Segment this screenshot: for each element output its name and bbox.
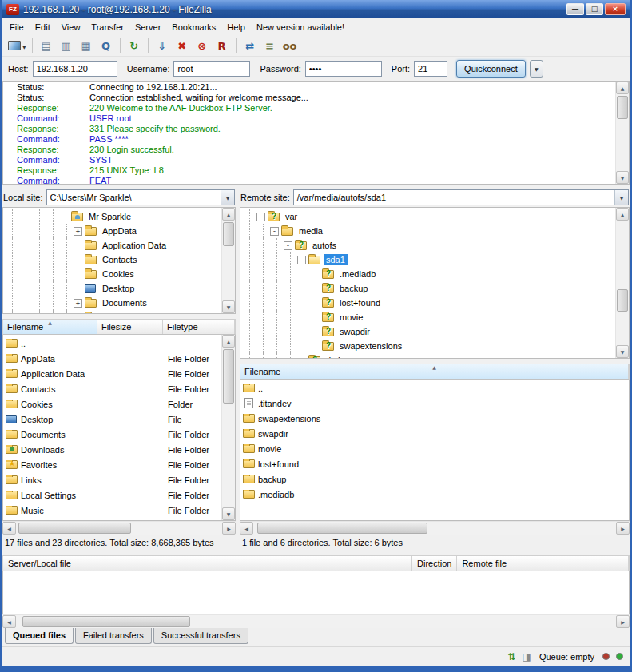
remote-tree-item-backup[interactable]: backup bbox=[243, 281, 613, 296]
toggle-message-log-button[interactable]: ▤ bbox=[37, 37, 56, 55]
host-input[interactable] bbox=[33, 61, 117, 77]
scrollbar-thumb[interactable] bbox=[617, 289, 628, 312]
menu-file[interactable]: File bbox=[4, 21, 30, 34]
local-tree-item-application-data[interactable]: Application Data bbox=[6, 238, 219, 252]
minimize-button[interactable]: — bbox=[566, 3, 584, 15]
remote-file-row-swapdir[interactable]: swapdir bbox=[240, 426, 629, 441]
remote-file-row-item[interactable]: .. bbox=[240, 380, 629, 396]
remote-column-filename[interactable]: Filename bbox=[240, 364, 629, 379]
local-site-combo[interactable]: C:\Users\Mr Sparkle\ bbox=[46, 189, 235, 205]
remote-tree-item-mediadb[interactable]: .mediadb bbox=[243, 267, 613, 281]
local-file-row-appdata[interactable]: AppDataFile Folder bbox=[3, 351, 221, 366]
remote-tree-item-media[interactable]: -media bbox=[243, 224, 613, 238]
local-file-row-application-data[interactable]: Application DataFile Folder bbox=[3, 366, 221, 381]
remote-tree-item-dvd[interactable]: dvd bbox=[243, 353, 613, 359]
remote-file-row-lost-found[interactable]: lost+found bbox=[240, 456, 629, 471]
scroll-down-icon[interactable] bbox=[222, 507, 235, 520]
scroll-up-icon[interactable] bbox=[222, 335, 235, 348]
local-tree-item-mr-sparkle[interactable]: Mr Sparkle bbox=[6, 209, 219, 224]
queue-column-server-local-file[interactable]: Server/Local file bbox=[3, 556, 412, 571]
menu-transfer[interactable]: Transfer bbox=[85, 21, 129, 34]
local-file-row-desktop[interactable]: DesktopFile bbox=[3, 412, 221, 427]
username-input[interactable] bbox=[173, 61, 250, 77]
scrollbar-thumb[interactable] bbox=[223, 222, 234, 246]
menu-view[interactable]: View bbox=[56, 21, 86, 34]
scroll-down-icon[interactable] bbox=[616, 171, 629, 184]
filter-icon[interactable]: ◨ bbox=[523, 652, 531, 662]
local-file-row-local-settings[interactable]: Local SettingsFile Folder bbox=[3, 487, 221, 503]
menu-server[interactable]: Server bbox=[129, 21, 166, 34]
cancel-button[interactable]: ✖ bbox=[173, 37, 192, 55]
find-files-button[interactable]: oo bbox=[280, 37, 300, 55]
scrollbar-thumb[interactable] bbox=[223, 349, 234, 404]
local-tree-item-cookies[interactable]: Cookies bbox=[6, 267, 219, 281]
compare-directories-button[interactable]: ⇄ bbox=[240, 37, 260, 55]
maximize-button[interactable]: □ bbox=[586, 3, 603, 15]
local-tree-scrollbar[interactable] bbox=[221, 208, 235, 313]
scrollbar-thumb[interactable] bbox=[22, 616, 190, 627]
local-list-scrollbar[interactable] bbox=[221, 335, 235, 520]
local-file-row-links[interactable]: LinksFile Folder bbox=[3, 472, 221, 487]
remote-file-row-backup[interactable]: backup bbox=[240, 471, 629, 487]
expand-minus-icon[interactable]: - bbox=[270, 227, 279, 236]
log-scrollbar[interactable] bbox=[615, 82, 629, 184]
tab-failed-transfers[interactable]: Failed transfers bbox=[75, 628, 152, 644]
synchronized-browsing-button[interactable]: ≡ bbox=[260, 37, 280, 55]
speed-limits-icon[interactable]: ⇅ bbox=[508, 652, 516, 662]
scroll-right-icon[interactable] bbox=[222, 522, 236, 535]
queue-column-direction[interactable]: Direction bbox=[412, 556, 457, 571]
scroll-up-icon[interactable] bbox=[616, 208, 629, 221]
scroll-up-icon[interactable] bbox=[616, 82, 629, 94]
remote-file-row-movie[interactable]: movie bbox=[240, 441, 629, 456]
reconnect-button[interactable]: R bbox=[213, 37, 232, 55]
remote-tree-item-movie[interactable]: movie bbox=[243, 310, 613, 324]
transfer-queue-list[interactable] bbox=[2, 571, 630, 614]
tab-queued-files[interactable]: Queued files bbox=[5, 628, 74, 644]
expand-minus-icon[interactable]: - bbox=[256, 213, 265, 221]
expand-minus-icon[interactable]: - bbox=[284, 241, 292, 250]
site-manager-button[interactable] bbox=[6, 37, 28, 55]
scroll-down-icon[interactable] bbox=[616, 345, 629, 358]
toggle-remote-tree-button[interactable]: ▦ bbox=[77, 37, 96, 55]
scrollbar-thumb[interactable] bbox=[18, 523, 132, 534]
remote-file-row-mediadb[interactable]: .mediadb bbox=[240, 487, 629, 502]
local-tree-item-downloads[interactable]: +Downloads bbox=[6, 310, 219, 314]
tab-successful-transfers[interactable]: Successful transfers bbox=[153, 628, 248, 644]
local-file-row-music[interactable]: MusicFile Folder bbox=[3, 503, 221, 518]
remote-site-combo[interactable]: /var/media/autofs/sda1 bbox=[293, 189, 629, 205]
refresh-button[interactable]: ↻ bbox=[125, 37, 144, 55]
scrollbar-thumb[interactable] bbox=[257, 523, 427, 534]
menu-help[interactable]: Help bbox=[221, 21, 251, 34]
remote-tree-item-swapdir[interactable]: swapdir bbox=[243, 324, 613, 339]
expand-plus-icon[interactable]: + bbox=[74, 313, 82, 315]
remote-tree-scrollbar[interactable] bbox=[615, 208, 629, 358]
scroll-up-icon[interactable] bbox=[222, 208, 235, 221]
menu-bookmarks[interactable]: Bookmarks bbox=[166, 21, 221, 34]
scrollbar-thumb[interactable] bbox=[617, 96, 628, 119]
local-file-row-contacts[interactable]: ContactsFile Folder bbox=[3, 381, 221, 396]
expand-plus-icon[interactable]: + bbox=[74, 299, 82, 308]
local-column-filename[interactable]: Filename bbox=[3, 320, 97, 334]
title-bar[interactable]: FZ 192.168.1.20 - root@192.168.1.20 - Fi… bbox=[2, 0, 630, 18]
local-file-row-downloads[interactable]: DownloadsFile Folder bbox=[3, 442, 221, 457]
remote-tree-item-lost-found[interactable]: lost+found bbox=[243, 296, 613, 310]
chevron-down-icon[interactable] bbox=[221, 190, 234, 205]
expand-minus-icon[interactable]: - bbox=[297, 256, 306, 264]
scroll-right-icon[interactable] bbox=[616, 615, 630, 628]
local-tree-item-desktop[interactable]: Desktop bbox=[6, 281, 219, 296]
scroll-left-icon[interactable] bbox=[2, 522, 16, 535]
toggle-queue-button[interactable]: Q bbox=[97, 37, 116, 55]
scroll-down-icon[interactable] bbox=[222, 300, 235, 313]
toggle-local-tree-button[interactable]: ▥ bbox=[57, 37, 76, 55]
queue-hscrollbar[interactable] bbox=[2, 614, 630, 628]
chevron-down-icon[interactable] bbox=[614, 190, 628, 205]
local-tree-item-documents[interactable]: +Documents bbox=[6, 296, 219, 310]
queue-column-remote-file[interactable]: Remote file bbox=[457, 556, 629, 571]
local-file-row-cookies[interactable]: CookiesFolder bbox=[3, 396, 221, 412]
menu-new-version-available[interactable]: New version available! bbox=[251, 21, 350, 34]
close-button[interactable]: × bbox=[605, 3, 626, 15]
local-tree-item-appdata[interactable]: +AppData bbox=[6, 224, 219, 238]
scroll-left-icon[interactable] bbox=[2, 615, 16, 628]
remote-tree-item-autofs[interactable]: -autofs bbox=[243, 238, 613, 252]
scroll-left-icon[interactable] bbox=[240, 522, 253, 535]
